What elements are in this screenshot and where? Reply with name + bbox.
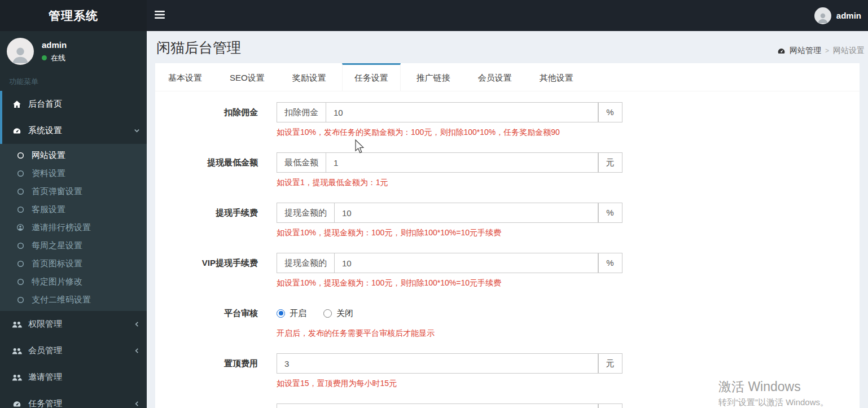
pin-fee-input-suffix: 元 bbox=[598, 353, 622, 374]
platform-review-radio-关闭[interactable]: 关闭 bbox=[323, 308, 353, 319]
chevron-left-icon bbox=[134, 401, 140, 407]
deduct-commission-input[interactable] bbox=[326, 102, 598, 122]
sidebar-item-permission-mgmt[interactable]: 权限管理 bbox=[0, 311, 147, 337]
circle-icon bbox=[14, 188, 27, 195]
tab-task[interactable]: 任务设置 bbox=[342, 63, 401, 91]
tab-basic[interactable]: 基本设置 bbox=[156, 63, 214, 91]
sidebar-subitem-label: 支付二维码设置 bbox=[32, 295, 91, 305]
users-icon bbox=[10, 321, 24, 328]
chevron-down-icon bbox=[134, 128, 140, 134]
sidebar-item-specific-image-edit[interactable]: 特定图片修改 bbox=[0, 273, 147, 291]
pin-fee-input[interactable] bbox=[277, 353, 598, 374]
sidebar-item-backend-home[interactable]: 后台首页 bbox=[0, 91, 147, 117]
vip-withdraw-fee-input-prefix: 提现金额的 bbox=[277, 253, 334, 273]
withdraw-fee-input[interactable] bbox=[334, 203, 598, 223]
sidebar-item-profile-settings[interactable]: 资料设置 bbox=[0, 164, 147, 182]
user-avatar-icon bbox=[814, 7, 831, 24]
breadcrumb-root[interactable]: 网站管理 bbox=[790, 46, 821, 56]
circle-icon bbox=[14, 296, 27, 304]
form-row-hint: 开启后，发布的任务需要平台审核后才能显示 bbox=[277, 327, 622, 339]
radio-option-label: 开启 bbox=[290, 308, 306, 319]
sidebar-item-label: 权限管理 bbox=[28, 319, 62, 330]
settings-tab-box: 基本设置SEO设置奖励设置任务设置推广链接会员设置其他设置 扣除佣金扣除佣金%如… bbox=[155, 63, 860, 408]
sidebar-item-customer-service-settings[interactable]: 客服设置 bbox=[0, 200, 147, 218]
chevron-left-icon bbox=[134, 348, 140, 354]
form-row-hint: 如设置10%，提现金额为：100元，则扣除100*10%=10元手续费 bbox=[277, 227, 622, 238]
form-row-vip-withdraw-fee: VIP提现手续费提现金额的%如设置10%，提现金额为：100元，则扣除100*1… bbox=[155, 253, 860, 288]
min-withdraw-input-prefix: 最低金额 bbox=[277, 152, 326, 173]
sidebar-subitem-label: 每周之星设置 bbox=[32, 240, 82, 251]
circle-icon bbox=[14, 278, 27, 286]
sidebar-avatar-icon bbox=[7, 38, 34, 65]
online-status-label: 在线 bbox=[51, 53, 65, 63]
form-row-label: 扣除佣金 bbox=[155, 102, 277, 138]
form-row-label: 提现最低金额 bbox=[155, 152, 277, 188]
sidebar-section-label: 功能菜单 bbox=[0, 72, 147, 91]
sidebar-subitem-label: 邀请排行榜设置 bbox=[32, 222, 91, 233]
task-settings-form: 扣除佣金扣除佣金%如设置10%，发布任务的奖励金额为：100元，则扣除100*1… bbox=[155, 91, 860, 408]
sidebar-item-invite-ranking-settings[interactable]: 邀请排行榜设置 bbox=[0, 218, 147, 236]
partial-row-input[interactable] bbox=[277, 403, 598, 408]
tab-member[interactable]: 会员设置 bbox=[466, 63, 524, 91]
sidebar-subitem-label: 客服设置 bbox=[32, 204, 65, 215]
form-row-hint: 如设置1，提现最低金额为：1元 bbox=[277, 177, 622, 188]
sidebar-item-task-mgmt[interactable]: 任务管理 bbox=[0, 391, 147, 408]
min-withdraw-input-group: 最低金额元 bbox=[277, 152, 622, 173]
vip-withdraw-fee-input[interactable] bbox=[334, 253, 598, 273]
sidebar-item-home-popup-settings[interactable]: 首页弹窗设置 bbox=[0, 182, 147, 200]
vip-withdraw-fee-input-suffix: % bbox=[598, 253, 622, 273]
tab-promo-link[interactable]: 推广链接 bbox=[405, 63, 462, 91]
tab-other[interactable]: 其他设置 bbox=[528, 63, 585, 91]
pin-fee-input-group: 元 bbox=[277, 353, 622, 374]
radio-icon bbox=[323, 309, 332, 318]
partial-row-input-group bbox=[277, 403, 622, 408]
sidebar-username: admin bbox=[42, 40, 67, 50]
tab-seo[interactable]: SEO设置 bbox=[218, 63, 277, 91]
form-row-control: 最低金额元如设置1，提现最低金额为：1元 bbox=[277, 152, 622, 188]
top-navbar: 管理系统 admin bbox=[0, 0, 868, 31]
form-row-min-withdraw: 提现最低金额最低金额元如设置1，提现最低金额为：1元 bbox=[155, 152, 860, 188]
withdraw-fee-input-group: 提现金额的% bbox=[277, 203, 622, 223]
sidebar-item-payment-qrcode-settings[interactable]: 支付二维码设置 bbox=[0, 291, 147, 309]
sidebar-toggle-button[interactable] bbox=[147, 0, 173, 31]
form-row-label: 置顶费用 bbox=[155, 353, 277, 389]
app-logo[interactable]: 管理系统 bbox=[0, 0, 147, 31]
circle-icon bbox=[14, 170, 27, 177]
sidebar-item-home-icon-settings[interactable]: 首页图标设置 bbox=[0, 255, 147, 273]
sidebar-item-member-mgmt[interactable]: 会员管理 bbox=[0, 337, 147, 364]
radio-option-label: 关闭 bbox=[336, 308, 353, 319]
withdraw-fee-input-prefix: 提现金额的 bbox=[277, 203, 334, 223]
sidebar-subitem-label: 首页弹窗设置 bbox=[32, 186, 82, 197]
breadcrumb-separator: > bbox=[825, 47, 829, 55]
sidebar-menu: 后台首页系统设置网站设置资料设置首页弹窗设置客服设置邀请排行榜设置每周之星设置首… bbox=[0, 91, 147, 408]
circle-icon bbox=[14, 242, 27, 249]
gauge-icon bbox=[10, 126, 24, 135]
min-withdraw-input[interactable] bbox=[326, 152, 598, 173]
page-title: 闲猫后台管理 bbox=[156, 38, 860, 57]
sidebar-item-system-settings[interactable]: 系统设置 bbox=[0, 117, 147, 144]
sidebar-item-invite-mgmt[interactable]: 邀请管理 bbox=[0, 364, 147, 391]
gauge-icon bbox=[777, 47, 786, 55]
tab-nav: 基本设置SEO设置奖励设置任务设置推广链接会员设置其他设置 bbox=[155, 63, 860, 91]
vip-withdraw-fee-input-group: 提现金额的% bbox=[277, 253, 622, 273]
sidebar-item-weekly-star-settings[interactable]: 每周之星设置 bbox=[0, 236, 147, 255]
sidebar-subitem-label: 特定图片修改 bbox=[32, 277, 82, 287]
online-status: 在线 bbox=[42, 53, 67, 63]
content-header: 闲猫后台管理 网站管理 > 网站设置 bbox=[147, 31, 868, 63]
sidebar-item-label: 邀请管理 bbox=[28, 372, 62, 383]
circle-icon bbox=[14, 260, 27, 267]
user-circle-icon bbox=[14, 223, 27, 231]
app-title: 管理系统 bbox=[49, 8, 98, 24]
sidebar-item-site-settings[interactable]: 网站设置 bbox=[0, 146, 147, 164]
form-row-control: 开启关闭开启后，发布的任务需要平台审核后才能显示 bbox=[277, 303, 622, 339]
min-withdraw-input-suffix: 元 bbox=[598, 152, 622, 173]
platform-review-radio-开启[interactable]: 开启 bbox=[277, 308, 306, 319]
tab-reward[interactable]: 奖励设置 bbox=[280, 63, 338, 91]
form-row-label: 平台审核 bbox=[155, 303, 277, 339]
sidebar-item-label: 任务管理 bbox=[28, 398, 62, 408]
user-menu[interactable]: admin bbox=[808, 0, 868, 31]
platform-review-radio-group: 开启关闭 bbox=[277, 303, 622, 323]
form-row-label: VIP提现手续费 bbox=[155, 253, 277, 288]
deduct-commission-input-suffix: % bbox=[598, 102, 622, 122]
radio-icon bbox=[277, 309, 285, 318]
